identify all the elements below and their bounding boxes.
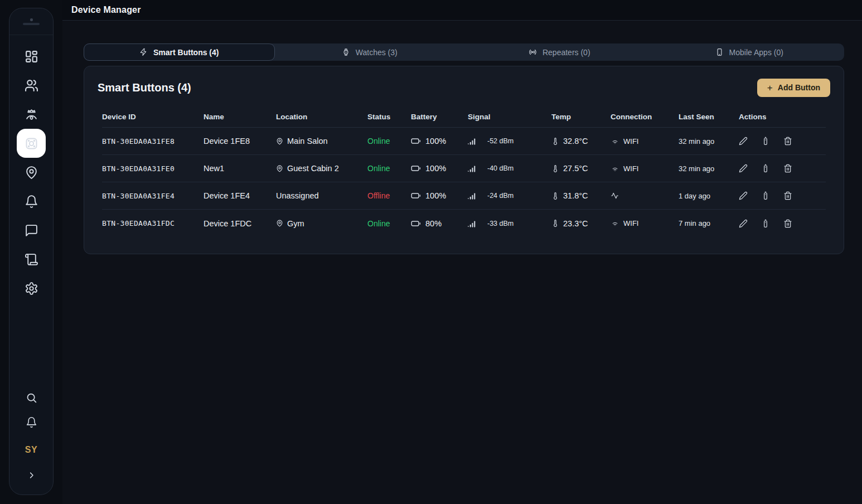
users-icon: [25, 79, 38, 93]
status-text: Online: [367, 137, 390, 146]
tab-mobile-apps[interactable]: Mobile Apps (0): [655, 43, 845, 61]
page-title: Device Manager: [71, 5, 141, 15]
actions-cell: [739, 133, 826, 149]
delete-button[interactable]: [783, 133, 806, 149]
sidebar-item-logs[interactable]: [17, 245, 46, 274]
sidebar-search-button[interactable]: [19, 385, 43, 410]
wifi-icon: [611, 138, 619, 145]
connection-cell: WIFI: [611, 164, 679, 173]
col-location: Location: [276, 113, 367, 121]
scroll-icon: [25, 253, 38, 266]
alerts-bell-icon: [26, 416, 37, 428]
table-row[interactable]: BTN-30EDA0A31FDC Device 1FDC Gym Online …: [102, 210, 826, 237]
logo-mark: [30, 18, 33, 21]
location-text: Guest Cabin 2: [287, 164, 339, 173]
table-header-row: Device ID Name Location Status Battery S…: [102, 106, 826, 128]
location-pin-icon: [276, 138, 283, 145]
edit-button[interactable]: [739, 215, 761, 232]
connection-text: WIFI: [623, 219, 638, 227]
table-row[interactable]: BTN-30EDA0A31FE0 New1 Guest Cabin 2 Onli…: [102, 155, 826, 182]
device-name-cell: New1: [204, 164, 276, 173]
tab-smart-buttons[interactable]: Smart Buttons (4): [84, 43, 275, 61]
battery-icon: [411, 192, 422, 199]
last-seen-cell: 32 min ago: [679, 137, 739, 146]
location-cell: Unassigned: [276, 191, 367, 200]
delete-button[interactable]: [783, 215, 806, 232]
main-area: Device Manager Smart Buttons (4) Watches…: [62, 0, 862, 504]
last-seen-cell: 7 min ago: [679, 219, 739, 227]
trash-icon: [783, 137, 792, 146]
sidebar-item-smart-buttons[interactable]: [17, 129, 46, 158]
sidebar-item-messages[interactable]: [17, 216, 46, 245]
status-cell: Online: [367, 164, 411, 173]
battery-text: 80%: [425, 219, 442, 228]
table-row[interactable]: BTN-30EDA0A31FE8 Device 1FE8 Main Salon …: [102, 128, 826, 155]
vip-guest-icon: [25, 108, 38, 122]
location-text: Unassigned: [276, 191, 319, 200]
sidebar-item-dashboard[interactable]: [17, 42, 46, 71]
col-device-id: Device ID: [102, 113, 204, 121]
edit-button[interactable]: [739, 187, 761, 204]
delete-button[interactable]: [783, 160, 806, 177]
temp-text: 32.8°C: [563, 137, 588, 146]
status-text: Offline: [367, 191, 390, 200]
tab-watches[interactable]: Watches (3): [275, 43, 465, 61]
col-signal: Signal: [468, 113, 551, 121]
connection-cell: [611, 192, 679, 200]
sidebar-item-vip-guest[interactable]: [17, 100, 46, 129]
sidebar-item-settings[interactable]: [17, 274, 46, 303]
dashboard-icon: [25, 50, 38, 64]
chat-icon: [25, 224, 38, 238]
battery-icon: [411, 165, 422, 172]
tab-repeaters[interactable]: Repeaters (0): [464, 43, 655, 61]
location-cell: Main Salon: [276, 137, 367, 146]
bell-icon: [25, 195, 38, 209]
battery-status-button[interactable]: [761, 187, 783, 204]
logo-wordmark: [23, 23, 40, 25]
status-text: Online: [367, 164, 390, 173]
last-seen-cell: 1 day ago: [679, 192, 739, 200]
wifi-icon: [611, 220, 619, 227]
status-cell: Online: [367, 219, 411, 228]
temp-text: 23.3°C: [563, 219, 588, 228]
chevron-right-icon: [27, 471, 36, 479]
battery-vertical-icon: [761, 191, 770, 200]
sidebar-alerts-button[interactable]: [19, 410, 43, 434]
temp-cell: 27.5°C: [551, 164, 611, 173]
device-name-cell: Device 1FE8: [204, 137, 276, 146]
col-temp: Temp: [551, 113, 611, 121]
location-text: Main Salon: [287, 137, 328, 146]
edit-button[interactable]: [739, 133, 761, 149]
sidebar-item-locations[interactable]: [17, 158, 46, 187]
device-type-tabs: Smart Buttons (4) Watches (3) Repeaters …: [84, 43, 844, 61]
table-row[interactable]: BTN-30EDA0A31FE4 Device 1FE4 Unassigned …: [102, 182, 826, 210]
sidebar-item-notifications[interactable]: [17, 187, 46, 216]
location-cell: Gym: [276, 219, 367, 228]
battery-text: 100%: [425, 191, 446, 200]
actions-cell: [739, 215, 826, 232]
battery-status-button[interactable]: [761, 160, 783, 177]
broadcast-icon: [529, 48, 537, 56]
table-body: BTN-30EDA0A31FE8 Device 1FE8 Main Salon …: [102, 128, 826, 237]
status-cell: Online: [367, 137, 411, 146]
edit-button[interactable]: [739, 160, 761, 177]
device-id-cell: BTN-30EDA0A31FE8: [102, 137, 204, 146]
add-button[interactable]: + Add Button: [757, 79, 830, 97]
device-id-cell: BTN-30EDA0A31FE0: [102, 164, 204, 173]
battery-text: 100%: [425, 164, 446, 173]
smartphone-icon: [715, 48, 724, 56]
device-id-cell: BTN-30EDA0A31FDC: [102, 219, 204, 227]
sidebar-item-users[interactable]: [17, 71, 46, 100]
pencil-icon: [739, 219, 748, 228]
delete-button[interactable]: [783, 187, 806, 204]
connection-text: WIFI: [623, 164, 638, 173]
thermometer-icon: [551, 164, 559, 173]
actions-cell: [739, 187, 826, 204]
temp-text: 31.8°C: [563, 191, 588, 200]
battery-status-button[interactable]: [761, 133, 783, 149]
connection-cell: WIFI: [611, 219, 679, 227]
battery-status-button[interactable]: [761, 215, 783, 232]
user-avatar[interactable]: SY: [25, 434, 37, 466]
sidebar-expand-button[interactable]: [27, 466, 36, 484]
signal-text: -33 dBm: [487, 220, 514, 227]
